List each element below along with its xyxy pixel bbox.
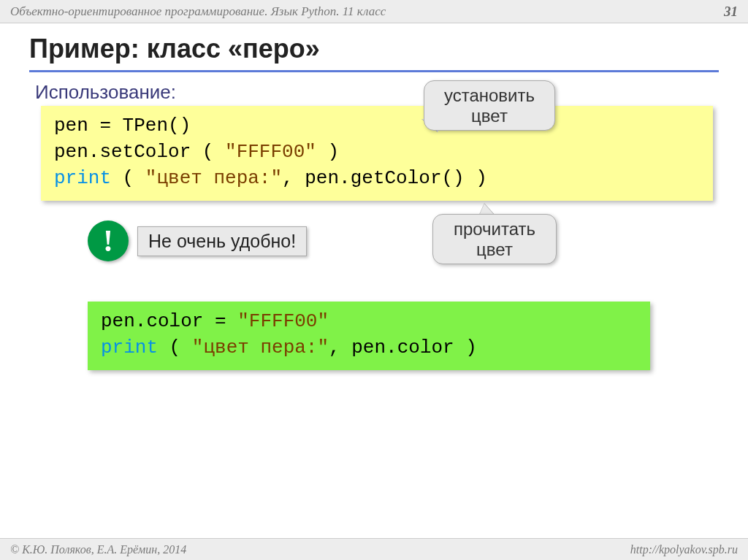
code-string: "цвет пера:" [192, 337, 329, 358]
code-text: ( [158, 337, 192, 358]
exclamation-icon: ! [88, 220, 129, 261]
code-text: ( [111, 167, 145, 189]
code-string: "FFFF00" [225, 141, 316, 163]
slide-subtitle: Использование: [35, 81, 748, 104]
code-text: pen [54, 115, 88, 137]
footer-copyright: © К.Ю. Поляков, Е.А. Ерёмин, 2014 [10, 543, 186, 556]
code-string: "цвет пера:" [145, 167, 282, 189]
footer-url: http://kpolyakov.spb.ru [630, 543, 738, 556]
code-text: = TPen() [88, 115, 191, 137]
code-text: , pen.color ) [329, 337, 477, 358]
code-line: pen.color = "FFFF00" [101, 309, 637, 335]
code-text: pen.color = [101, 310, 237, 332]
callout-read-color: прочитать цвет [432, 214, 557, 264]
code-text: pen.setColor ( [54, 141, 225, 163]
code-line: print ( "цвет пера:", pen.color ) [101, 335, 637, 361]
code-line: pen.setColor ( "FFFF00" ) [54, 139, 700, 166]
code-keyword: print [54, 167, 111, 189]
header-title: Объектно-ориентированное программировани… [10, 4, 386, 19]
code-keyword: print [101, 337, 158, 358]
footer-bar: © К.Ю. Поляков, Е.А. Ерёмин, 2014 http:/… [0, 538, 748, 560]
code-string: "FFFF00" [237, 310, 329, 332]
note-row: ! Не очень удобно! [88, 220, 307, 261]
code-block-green: pen.color = "FFFF00" print ( "цвет пера:… [88, 302, 650, 370]
code-text: , pen.getColor() ) [282, 167, 487, 189]
code-text: ) [316, 141, 339, 163]
code-block-yellow: pen = TPen() pen.setColor ( "FFFF00" ) p… [41, 106, 713, 201]
title-divider [29, 70, 719, 72]
slide-title: Пример: класс «перо» [29, 34, 748, 64]
callout-set-color: установить цвет [424, 80, 555, 131]
code-line: pen = TPen() [54, 113, 700, 139]
page-number: 31 [724, 4, 738, 20]
note-text: Не очень удобно! [137, 226, 307, 256]
header-bar: Объектно-ориентированное программировани… [0, 0, 748, 23]
code-line: print ( "цвет пера:", pen.getColor() ) [54, 166, 700, 192]
